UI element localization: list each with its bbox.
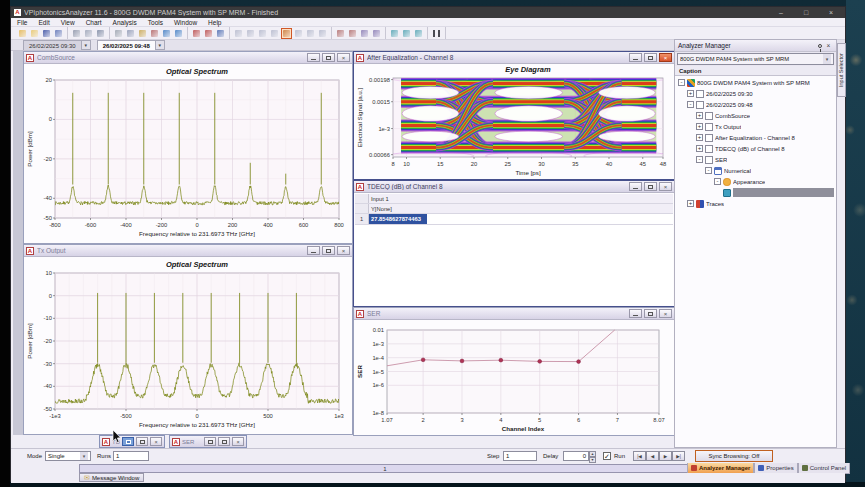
tree-item-tdecq-db-of-channel-8[interactable]: +TDECQ (dB) of Channel 8 <box>675 143 836 154</box>
delay-spinner[interactable]: ▲▼ <box>589 451 596 461</box>
save-all-icon[interactable] <box>53 28 64 39</box>
copy-icon[interactable] <box>125 28 136 39</box>
window-titlebar[interactable]: A VPIphotonicsAnalyzer 11.6 - 800G DWDM … <box>11 7 845 18</box>
minimize-button[interactable] <box>307 246 320 255</box>
message-window-button[interactable]: ✉ Message Window <box>79 473 144 482</box>
minimize-button[interactable] <box>307 53 320 62</box>
sweep-tab-1-dropdown[interactable]: ▾ <box>82 40 91 50</box>
close-icon[interactable]: × <box>824 41 833 50</box>
pause-icon[interactable] <box>431 28 442 39</box>
analysis-select-dropdown[interactable]: 800G DWDM PAM4 System with SP MRM ▾ <box>677 53 834 65</box>
tree-item-numerical[interactable]: -Numerical <box>675 165 836 176</box>
menu-view[interactable]: View <box>61 19 75 26</box>
zoom-in-icon[interactable] <box>191 28 202 39</box>
layout-grid-icon[interactable] <box>269 28 280 39</box>
tree-checkbox[interactable] <box>705 145 713 153</box>
close-button[interactable]: × <box>337 246 350 255</box>
menu-tools[interactable]: Tools <box>148 19 163 26</box>
layout-vertical-icon[interactable] <box>257 28 268 39</box>
tree-expander-icon[interactable]: + <box>696 145 703 152</box>
sync-browsing-button[interactable]: Sync Browsing: Off <box>695 450 773 462</box>
close-button[interactable]: × <box>150 437 162 446</box>
minimized-window-tdecq[interactable]: ATD...× <box>99 435 165 448</box>
layout-horizontal-icon[interactable] <box>245 28 256 39</box>
chart-type-3-icon[interactable] <box>359 28 370 39</box>
mode-select[interactable]: Single ▾ <box>45 451 91 461</box>
restore-button[interactable] <box>122 437 134 446</box>
tree-item-combsource[interactable]: +CombSource <box>675 110 836 121</box>
maximize-button[interactable] <box>644 182 657 191</box>
tree-item-selected[interactable] <box>675 187 836 198</box>
minimize-button[interactable] <box>629 309 642 318</box>
tree-expander-icon[interactable]: - <box>714 178 721 185</box>
close-button[interactable]: × <box>337 53 350 62</box>
new-document-icon[interactable] <box>17 28 28 39</box>
restore-button[interactable] <box>204 437 216 446</box>
panel-tx-output-titlebar[interactable]: A Tx Output × <box>24 245 352 257</box>
minimized-window-ser[interactable]: ASER× <box>169 435 247 448</box>
maximize-button[interactable] <box>644 309 657 318</box>
tree-item-appearance[interactable]: -Appearance <box>675 176 836 187</box>
chart-type-2-icon[interactable] <box>347 28 358 39</box>
window-minimize-button[interactable]: – <box>770 9 792 16</box>
prev-run-button[interactable]: ◀ <box>646 451 659 461</box>
sweep-tab-1[interactable]: 26/02/2025 09:30 <box>23 40 82 50</box>
close-button[interactable]: × <box>659 309 672 318</box>
tree-item-traces[interactable]: +Traces <box>675 198 836 209</box>
tree-checkbox[interactable] <box>696 90 704 98</box>
sweep-tab-2-dropdown[interactable]: ▾ <box>156 40 165 50</box>
zoom-out-icon[interactable] <box>203 28 214 39</box>
save-icon[interactable] <box>41 28 52 39</box>
tx-output-spectrum-chart[interactable]: -1e3-50005001e3100-10-20-30-40-50Optical… <box>25 257 351 433</box>
tree-checkbox[interactable] <box>705 134 713 142</box>
tree-checkbox[interactable] <box>705 112 713 120</box>
print-icon[interactable] <box>71 28 82 39</box>
delete-icon[interactable] <box>149 28 160 39</box>
print-preview-icon[interactable] <box>83 28 94 39</box>
menu-file[interactable]: File <box>17 19 27 26</box>
tree-expander-icon[interactable]: - <box>678 79 685 86</box>
close-button[interactable]: × <box>659 182 672 191</box>
maximize-button[interactable] <box>136 437 148 446</box>
menu-edit[interactable]: Edit <box>38 19 49 26</box>
panel-ser-titlebar[interactable]: A SER × <box>354 308 674 320</box>
maximize-button[interactable] <box>218 437 230 446</box>
maximize-button[interactable] <box>322 53 335 62</box>
compare-runs-icon[interactable] <box>401 28 412 39</box>
tree-expander-icon[interactable]: + <box>696 134 703 141</box>
tree-item-26-02-2025-09-30[interactable]: +26/02/2025 09:30 <box>675 88 836 99</box>
tree-checkbox[interactable] <box>696 101 704 109</box>
first-run-button[interactable]: |◀ <box>633 451 646 461</box>
tree-expander-icon[interactable]: - <box>696 156 703 163</box>
runs-input[interactable]: 1 <box>113 451 149 461</box>
maximize-button[interactable] <box>644 53 657 62</box>
menu-help[interactable]: Help <box>208 19 221 26</box>
minimize-button[interactable] <box>629 53 642 62</box>
tree-expander-icon[interactable]: - <box>687 101 694 108</box>
tree-item-after-equalization-channel-8[interactable]: +After Equalization - Channel 8 <box>675 132 836 143</box>
tree-item-tx-output[interactable]: +Tx Output <box>675 121 836 132</box>
tree-expander-icon[interactable]: + <box>696 112 703 119</box>
tree-item-800g-dwdm-pam4-system-with-sp-mrm[interactable]: -800G DWDM PAM4 System with SP MRM <box>675 77 836 88</box>
input-selector-tab[interactable]: Input Selector <box>837 43 846 97</box>
panel-tdecq-titlebar[interactable]: A TDECQ (dB) of Channel 8 × <box>354 181 674 193</box>
zoom-fit-icon[interactable] <box>215 28 226 39</box>
select-traces-icon[interactable] <box>389 28 400 39</box>
close-button[interactable]: × <box>659 53 672 62</box>
delay-input[interactable]: 0 <box>563 451 589 461</box>
refresh-icon[interactable] <box>413 28 424 39</box>
layout-single-icon[interactable] <box>233 28 244 39</box>
last-run-button[interactable]: ▶| <box>672 451 685 461</box>
open-icon[interactable] <box>29 28 40 39</box>
eye-diagram-chart[interactable]: 81015202530354045480.001980.00151e-30.00… <box>355 64 673 178</box>
chart-type-4-icon[interactable] <box>371 28 382 39</box>
chart-type-1-icon[interactable] <box>335 28 346 39</box>
tree-expander-icon[interactable]: + <box>687 90 694 97</box>
window-maximize-button[interactable]: □ <box>795 9 817 16</box>
window-close-button[interactable]: × <box>820 9 842 16</box>
sweep-tab-2[interactable]: 26/02/2025 09:48 <box>97 40 156 50</box>
run-checkbox[interactable]: ✓ <box>603 452 611 460</box>
tdecq-value-cell[interactable]: 27.8548627874463 <box>369 214 427 224</box>
analyzer-manager-titlebar[interactable]: Analyzer Manager × <box>675 40 836 52</box>
tree-expander-icon[interactable]: + <box>696 123 703 130</box>
